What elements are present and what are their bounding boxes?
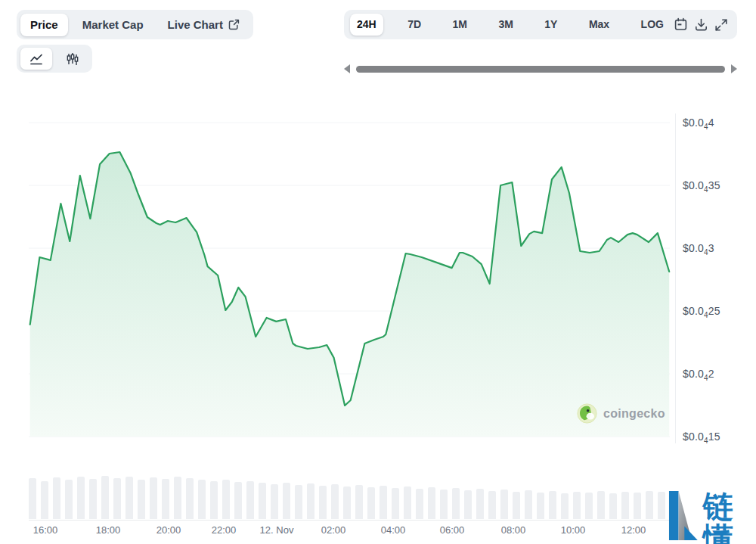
volume-bar [658, 492, 665, 519]
volume-bar [525, 490, 532, 519]
y-axis-border [675, 113, 676, 443]
volume-bar [416, 489, 423, 519]
volume-bar [331, 484, 339, 519]
volume-bar [537, 493, 544, 519]
volume-bar [222, 480, 230, 519]
site-watermark: 链懂 NEATDOWN.COM [668, 490, 756, 544]
coingecko-watermark: coingecko [577, 403, 665, 424]
volume-bar [343, 486, 351, 519]
y-axis-tick-label: $0.042 [683, 368, 714, 380]
volume-bar [609, 493, 617, 519]
volume-bar [295, 485, 302, 519]
volume-bar [367, 487, 375, 519]
y-axis-tick-label: $0.044 [683, 117, 714, 129]
y-axis-tick-label: $0.043 [683, 242, 714, 254]
volume-bar [53, 477, 60, 519]
volume-bar [150, 477, 157, 519]
volume-bar [101, 476, 109, 519]
x-axis-tick-label: 10:00 [561, 524, 586, 536]
x-axis-tick-label: 06:00 [440, 524, 465, 536]
price-chart-plot[interactable] [0, 0, 756, 544]
volume-bar [138, 480, 145, 519]
coingecko-logo-icon [577, 403, 597, 424]
volume-bar [65, 480, 73, 519]
volume-bar [597, 491, 605, 519]
volume-bar [621, 492, 629, 519]
volume-bar [513, 492, 520, 519]
volume-bar [646, 491, 653, 519]
volume-bar [198, 480, 206, 519]
price-area-fill [30, 152, 670, 437]
volume-bar [210, 481, 218, 519]
volume-bar [428, 487, 435, 519]
x-axis-border [29, 520, 670, 521]
volume-bar [259, 483, 266, 519]
x-axis-tick-label: 12:00 [621, 524, 646, 536]
volume-bar [355, 485, 363, 519]
volume-bar [41, 481, 48, 519]
x-axis-tick-label: 22:00 [212, 524, 237, 536]
coingecko-watermark-text: coingecko [603, 407, 665, 421]
volume-bar [234, 482, 242, 519]
volume-bar [573, 492, 581, 519]
volume-bar [29, 478, 36, 519]
site-name-cn: 链懂 [703, 490, 756, 544]
volume-bar [174, 477, 181, 519]
x-axis-tick-label: 04:00 [381, 524, 406, 536]
volume-bar [89, 479, 97, 519]
volume-bar [500, 490, 508, 519]
volume-bar [186, 478, 194, 519]
x-axis-tick-label: 16:00 [33, 524, 58, 536]
volume-bar [307, 483, 314, 519]
y-axis-tick-label: $0.0415 [683, 431, 720, 443]
neatdown-logo-icon [668, 490, 698, 541]
y-axis-tick-label: $0.0425 [683, 305, 720, 317]
volume-bar [380, 486, 387, 519]
volume-bar [271, 484, 278, 519]
volume-bar [561, 493, 569, 519]
volume-bar [452, 488, 460, 519]
volume-bar [464, 490, 472, 519]
x-axis-tick-label: 08:00 [501, 524, 526, 536]
volume-bar [549, 491, 556, 519]
volume-bar [246, 481, 254, 519]
volume-bar [440, 490, 448, 519]
x-axis-tick-label: 02:00 [321, 524, 346, 536]
x-axis-tick-label: 12. Nov [260, 524, 294, 536]
x-axis-tick-label: 18:00 [96, 524, 121, 536]
volume-bar [392, 488, 399, 519]
y-axis-tick-label: $0.0435 [683, 179, 720, 191]
volume-bar [113, 478, 121, 519]
volume-bar [585, 493, 593, 519]
volume-bar [488, 491, 496, 519]
x-axis-tick-label: 20:00 [156, 524, 181, 536]
volume-bar [162, 479, 169, 519]
volume-bar [77, 477, 85, 519]
volume-bar [319, 486, 327, 519]
volume-bar [283, 483, 290, 519]
volume-bar [476, 489, 484, 519]
volume-bar [404, 486, 411, 519]
volume-bar [634, 493, 641, 519]
volume-bar [125, 477, 133, 519]
